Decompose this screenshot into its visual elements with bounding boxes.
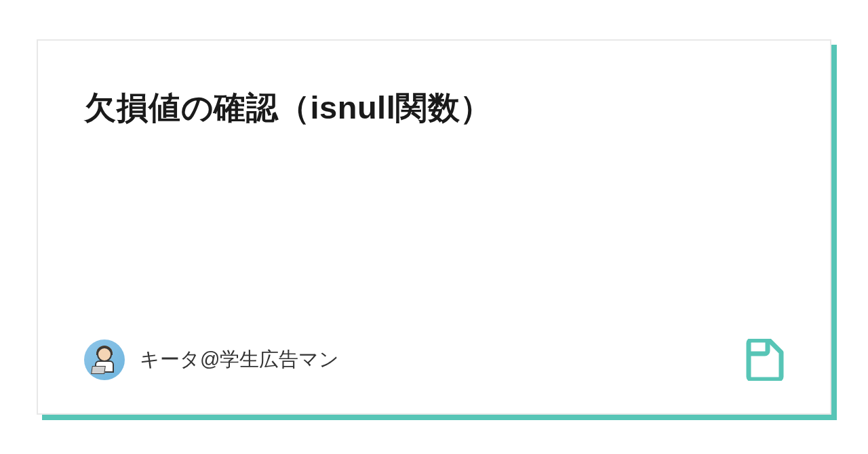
- author-avatar: [84, 339, 125, 380]
- article-card: 欠損値の確認（isnull関数） キータ@学生広告マン: [37, 39, 831, 415]
- card-footer: キータ@学生広告マン: [84, 339, 784, 381]
- author-block: キータ@学生広告マン: [84, 339, 339, 380]
- note-logo-icon: [743, 339, 784, 381]
- card-content: 欠損値の確認（isnull関数） キータ@学生広告マン: [37, 39, 831, 415]
- author-name: キータ@学生広告マン: [140, 346, 339, 373]
- article-title: 欠損値の確認（isnull関数）: [84, 85, 784, 130]
